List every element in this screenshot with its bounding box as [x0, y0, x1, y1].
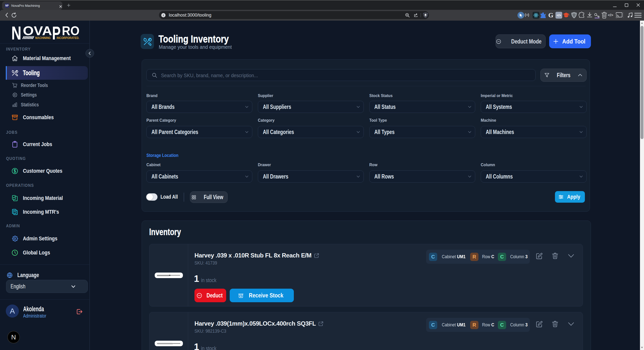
svg-text:MACHINING: MACHINING: [35, 36, 51, 40]
svg-text:N: N: [11, 22, 21, 43]
svg-text:INCORPORATED.: INCORPORATED.: [57, 36, 79, 40]
svg-text:P: P: [52, 22, 61, 43]
